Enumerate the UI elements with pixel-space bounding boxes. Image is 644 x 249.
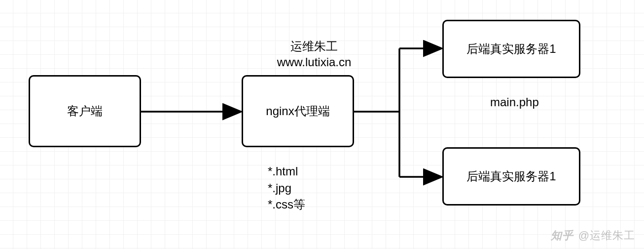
node-client: 客户端 xyxy=(29,75,141,147)
label-proxy-bottom: *.html *.jpg *.css等 xyxy=(268,163,305,213)
label-proxy-top: 运维朱工 www.lutixia.cn xyxy=(260,39,368,71)
watermark-text: @运维朱工 xyxy=(578,228,635,243)
node-client-label: 客户端 xyxy=(67,103,103,119)
node-backend-2-label: 后端真实服务器1 xyxy=(466,168,556,184)
label-backend1-bottom: main.php xyxy=(490,95,539,109)
node-backend-2: 后端真实服务器1 xyxy=(442,147,580,206)
node-backend-1: 后端真实服务器1 xyxy=(442,20,580,78)
node-backend-1-label: 后端真实服务器1 xyxy=(466,41,556,57)
watermark: 知乎 @运维朱工 xyxy=(551,228,635,243)
watermark-logo: 知乎 xyxy=(551,228,573,243)
node-proxy: nginx代理端 xyxy=(242,75,354,147)
node-proxy-label: nginx代理端 xyxy=(266,103,329,119)
